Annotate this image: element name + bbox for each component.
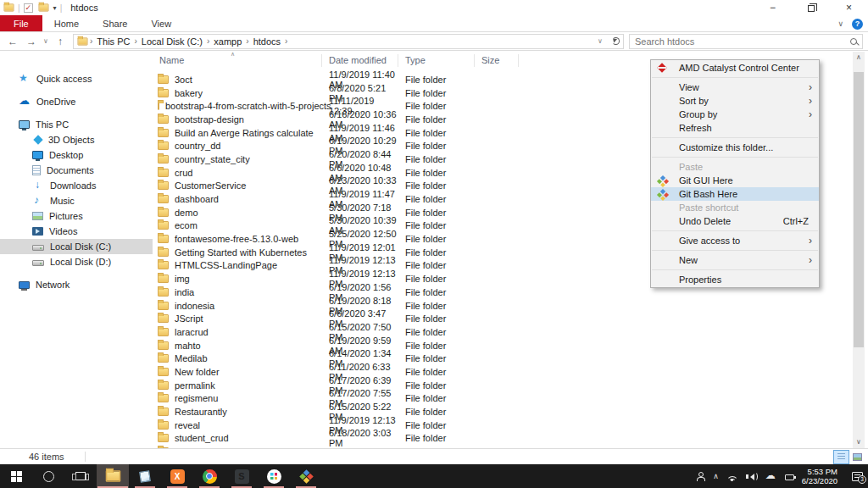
volume-icon[interactable] bbox=[746, 472, 758, 481]
breadcrumb-htdocs[interactable]: htdocs bbox=[251, 36, 283, 47]
taskbar-file-explorer[interactable] bbox=[97, 464, 129, 488]
breadcrumb-xampp[interactable]: xampp bbox=[211, 36, 244, 47]
taskbar-task-view-button[interactable] bbox=[64, 464, 97, 488]
refresh-icon[interactable] bbox=[612, 37, 620, 45]
menu-separator bbox=[652, 77, 818, 78]
help-icon[interactable]: ? bbox=[852, 19, 863, 30]
taskbar-slack[interactable] bbox=[258, 464, 290, 488]
menu-item-git-gui-here[interactable]: Git GUI Here bbox=[651, 174, 819, 187]
menu-item-view[interactable]: View› bbox=[651, 80, 819, 94]
people-icon[interactable] bbox=[696, 472, 705, 481]
menu-item-new[interactable]: New› bbox=[651, 253, 819, 267]
search-input[interactable]: Search htdocs bbox=[629, 34, 863, 49]
column-header-size[interactable]: Size bbox=[475, 54, 519, 67]
menu-item-give-access-to[interactable]: Give access to› bbox=[651, 234, 819, 247]
new-folder-icon[interactable] bbox=[38, 3, 48, 11]
menu-item-customize-this-folder[interactable]: Customize this folder... bbox=[651, 141, 819, 154]
back-button[interactable]: ← bbox=[3, 36, 22, 47]
column-header-type[interactable]: Type bbox=[398, 54, 475, 67]
file-row-new-folder[interactable]: New folder6/11/2020 6:33 PMFile folder bbox=[153, 365, 868, 379]
folder-icon bbox=[158, 302, 169, 310]
scrollbar-thumb[interactable] bbox=[854, 72, 864, 347]
menu-item-label: Git Bash Here bbox=[679, 189, 737, 199]
show-hidden-icons-chevron-icon[interactable]: ∧ bbox=[713, 472, 719, 480]
menu-item-refresh[interactable]: Refresh bbox=[651, 121, 819, 135]
sidebar-item-pictures[interactable]: Pictures bbox=[0, 208, 153, 224]
file-row-medilab[interactable]: Medilab6/14/2020 1:34 PMFile folder bbox=[153, 352, 868, 365]
menu-item-git-bash-here[interactable]: Git Bash Here bbox=[651, 187, 819, 201]
taskbar-xampp[interactable] bbox=[161, 464, 193, 488]
taskbar-clock[interactable]: 5:53 PM 6/23/2020 bbox=[802, 467, 837, 485]
file-row-regismenu[interactable]: regismenu6/17/2020 7:55 PMFile folder bbox=[153, 392, 868, 406]
tab-file[interactable]: File bbox=[0, 15, 42, 31]
file-row-jscript[interactable]: JScript6/6/2020 3:47 PMFile folder bbox=[153, 312, 868, 325]
battery-icon[interactable] bbox=[785, 474, 794, 480]
git-icon bbox=[657, 175, 669, 187]
minimize-button[interactable]: − bbox=[754, 0, 792, 15]
file-row-permalink[interactable]: permalink6/17/2020 6:39 PMFile folder bbox=[153, 379, 868, 392]
column-header-date-modified[interactable]: Date modified bbox=[322, 54, 398, 67]
thumbnail-view-button[interactable] bbox=[850, 451, 865, 463]
file-row-student-crud[interactable]: student_crud6/18/2020 3:03 PMFile folder bbox=[153, 432, 868, 446]
file-type: File folder bbox=[398, 101, 475, 111]
tab-share[interactable]: Share bbox=[91, 15, 139, 31]
taskbar-cortana-button[interactable] bbox=[32, 464, 64, 488]
sidebar-item-local-disk-d[interactable]: Local Disk (D:) bbox=[0, 254, 153, 269]
taskbar-sublime-text[interactable] bbox=[225, 464, 258, 488]
tab-home[interactable]: Home bbox=[42, 15, 91, 31]
breadcrumb-separator: › bbox=[205, 36, 211, 46]
address-bar[interactable]: › This PC › Local Disk (C:) › xampp › ht… bbox=[73, 34, 624, 49]
sidebar-item-label: Videos bbox=[49, 226, 77, 236]
taskbar-start-button[interactable] bbox=[0, 464, 32, 488]
properties-check-icon[interactable] bbox=[24, 3, 33, 13]
expand-ribbon-chevron-icon[interactable]: ∨ bbox=[837, 19, 843, 28]
taskbar-chrome[interactable] bbox=[193, 464, 225, 488]
breadcrumb-local-disk-c[interactable]: Local Disk (C:) bbox=[139, 36, 205, 47]
menu-item-sort-by[interactable]: Sort by› bbox=[651, 94, 819, 108]
column-header-name[interactable]: Name bbox=[153, 54, 322, 67]
breadcrumb-this-pc[interactable]: This PC bbox=[94, 36, 132, 47]
vertical-scrollbar[interactable]: ∧ ∨ bbox=[853, 52, 865, 448]
sidebar-item-videos[interactable]: Videos bbox=[0, 224, 153, 239]
restore-button[interactable] bbox=[792, 0, 830, 15]
menu-item-amd-catalyst-control-center[interactable]: AMD Catalyst Control Center bbox=[651, 61, 819, 75]
menu-item-undo-delete[interactable]: Undo DeleteCtrl+Z bbox=[651, 214, 819, 228]
file-row-mahto[interactable]: mahto6/19/2020 9:59 AMFile folder bbox=[153, 339, 868, 352]
close-button[interactable]: × bbox=[830, 0, 868, 15]
onedrive-tray-icon[interactable] bbox=[765, 471, 777, 481]
app-folder-icon bbox=[4, 3, 14, 11]
sidebar-item-desktop[interactable]: Desktop bbox=[0, 147, 153, 163]
file-row-indonesia[interactable]: indonesia6/19/2020 8:18 PMFile folder bbox=[153, 299, 868, 313]
action-center-icon[interactable]: 3 bbox=[852, 472, 863, 481]
sidebar-item-network[interactable]: Network bbox=[0, 277, 153, 292]
taskbar-git-gui[interactable] bbox=[290, 464, 322, 488]
sidebar-item-downloads[interactable]: Downloads bbox=[0, 178, 153, 193]
folder-icon bbox=[158, 381, 169, 390]
file-row-laracrud[interactable]: laracrud6/15/2020 7:50 PMFile folder bbox=[153, 325, 868, 339]
address-dropdown-chevron-icon[interactable]: ∨ bbox=[595, 37, 605, 45]
sidebar-item-music[interactable]: Music bbox=[0, 193, 153, 208]
wifi-icon[interactable] bbox=[726, 472, 738, 481]
forward-button[interactable]: → bbox=[22, 36, 41, 47]
up-button[interactable]: ↑ bbox=[51, 36, 70, 47]
sidebar-item-documents[interactable]: Documents bbox=[0, 163, 153, 178]
tab-view[interactable]: View bbox=[139, 15, 183, 31]
file-type: File folder bbox=[398, 194, 475, 204]
scroll-up-arrow-icon[interactable]: ∧ bbox=[853, 52, 865, 64]
file-row-restaurantly[interactable]: Restaurantly6/15/2020 5:22 PMFile folder bbox=[153, 405, 868, 419]
details-view-button[interactable] bbox=[834, 451, 849, 463]
menu-item-label: Refresh bbox=[679, 123, 712, 133]
taskbar-notepad[interactable] bbox=[129, 464, 161, 488]
sidebar-item-quick-access[interactable]: Quick access bbox=[0, 71, 153, 86]
menu-item-group-by[interactable]: Group by› bbox=[651, 108, 819, 121]
file-row-reveal[interactable]: reveal11/9/2019 12:13 PMFile folder bbox=[153, 419, 868, 432]
menu-item-properties[interactable]: Properties bbox=[651, 273, 819, 286]
sidebar-item-local-disk-c[interactable]: Local Disk (C:) bbox=[0, 239, 153, 254]
sidebar-item-this-pc[interactable]: This PC bbox=[0, 117, 153, 132]
scroll-down-arrow-icon[interactable]: ∨ bbox=[853, 436, 865, 448]
file-type: File folder bbox=[398, 168, 475, 178]
sidebar-item-onedrive[interactable]: OneDrive bbox=[0, 94, 153, 109]
recent-locations-chevron-icon[interactable]: ∨ bbox=[41, 37, 51, 45]
qat-customize-chevron-icon[interactable]: ▾ bbox=[53, 4, 57, 12]
sidebar-item-3d-objects[interactable]: 3D Objects bbox=[0, 132, 153, 147]
